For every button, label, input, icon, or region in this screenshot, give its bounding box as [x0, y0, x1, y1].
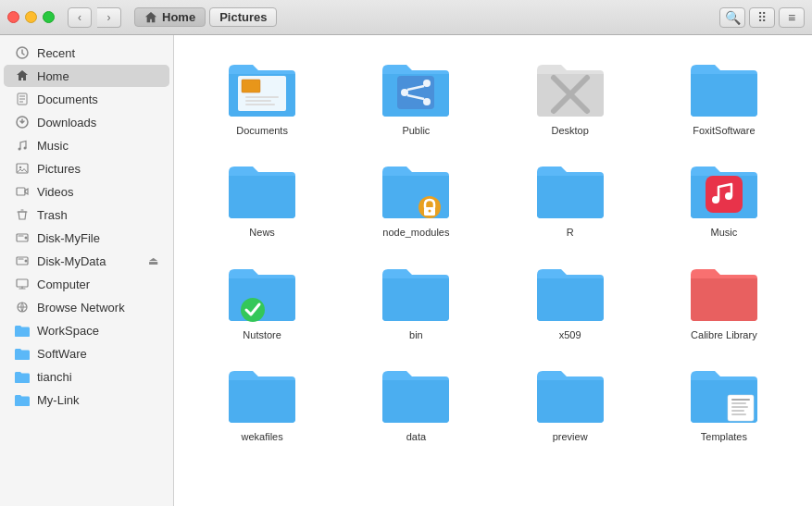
svg-point-3	[19, 148, 21, 151]
file-area: Documents	[174, 35, 812, 506]
documents-icon	[15, 92, 30, 106]
sidebar-item-trash[interactable]: Trash	[4, 204, 169, 226]
maximize-button[interactable]	[43, 11, 55, 23]
svg-point-22	[423, 80, 431, 87]
file-item-calibre-library[interactable]: Calibre Library	[651, 254, 797, 349]
file-label-desktop: Desktop	[551, 124, 588, 137]
network-icon	[15, 300, 30, 315]
file-item-preview[interactable]: preview	[497, 356, 643, 450]
sidebar-item-pictures[interactable]: Pictures	[4, 157, 169, 179]
videos-icon	[15, 184, 30, 199]
file-item-r[interactable]: R	[497, 152, 643, 246]
disk-myfile-icon	[15, 230, 30, 245]
file-label-calibre-library: Calibre Library	[691, 328, 757, 341]
folder-icon-bin	[379, 262, 453, 325]
file-item-desktop[interactable]: Desktop	[497, 50, 643, 144]
breadcrumb: Home Pictures	[134, 7, 706, 27]
svg-rect-17	[245, 96, 279, 98]
sidebar-label-pictures: Pictures	[37, 162, 158, 176]
file-label-nutstore: Nutstore	[243, 328, 281, 341]
music-icon	[15, 138, 30, 153]
file-label-x509: x509	[559, 328, 581, 341]
folder-icon-r	[533, 159, 607, 222]
tianchi-folder-icon	[15, 369, 30, 384]
file-item-x509[interactable]: x509	[497, 254, 643, 349]
svg-point-33	[725, 192, 732, 200]
back-button[interactable]: ‹	[68, 7, 92, 28]
folder-icon-templates	[687, 364, 761, 426]
file-item-news[interactable]: News	[189, 152, 335, 246]
clock-icon	[15, 45, 30, 60]
titlebar: ‹ › Home Pictures 🔍 ⠿ ≡	[0, 0, 812, 35]
sidebar-item-computer[interactable]: Computer	[4, 273, 169, 295]
file-item-wekafiles[interactable]: wekafiles	[189, 356, 335, 450]
file-item-nutstore[interactable]: Nutstore	[189, 254, 335, 349]
sidebar-label-computer: Computer	[37, 278, 158, 291]
file-item-music[interactable]: Music	[651, 152, 797, 246]
sidebar-label-disk-mydata: Disk-MyData	[37, 254, 141, 268]
svg-point-30	[429, 210, 431, 213]
svg-rect-19	[245, 104, 275, 105]
file-item-node-modules[interactable]: node_modules	[343, 152, 489, 246]
forward-button[interactable]: ›	[97, 7, 121, 28]
eject-icon[interactable]: ⏏	[148, 254, 158, 267]
sidebar-item-software[interactable]: SoftWare	[4, 342, 169, 364]
sidebar-item-disk-myfile[interactable]: Disk-MyFile	[4, 227, 169, 249]
svg-point-6	[19, 167, 21, 168]
sidebar-item-tianchi[interactable]: tianchi	[4, 365, 169, 388]
breadcrumb-home[interactable]: Home	[134, 7, 206, 27]
file-item-foxitsoftware[interactable]: FoxitSoftware	[651, 50, 797, 144]
sidebar-item-my-link[interactable]: My-Link	[4, 389, 169, 411]
file-label-music: Music	[711, 226, 738, 239]
file-item-data[interactable]: data	[343, 356, 489, 450]
sidebar-item-home[interactable]: Home	[4, 65, 169, 87]
file-label-r: R	[567, 226, 574, 239]
folder-icon-news	[225, 159, 299, 222]
my-link-folder-icon	[15, 392, 30, 407]
folder-icon-x509	[533, 262, 607, 325]
list-view-button[interactable]: ≡	[779, 7, 805, 28]
sidebar-label-downloads: Downloads	[37, 116, 158, 130]
file-label-documents: Documents	[236, 124, 288, 137]
svg-point-21	[401, 89, 408, 96]
software-folder-icon	[15, 346, 30, 361]
sidebar-item-workspace[interactable]: WorkSpace	[4, 319, 169, 341]
sidebar-label-disk-myfile: Disk-MyFile	[37, 231, 158, 245]
sidebar-item-documents[interactable]: Documents	[4, 88, 169, 110]
sidebar-item-recent[interactable]: Recent	[4, 42, 169, 64]
close-button[interactable]	[7, 11, 19, 23]
svg-rect-31	[706, 176, 743, 213]
sidebar-item-downloads[interactable]: Downloads	[4, 111, 169, 133]
svg-rect-39	[731, 410, 744, 412]
folder-icon-desktop	[533, 57, 607, 120]
file-item-bin[interactable]: bin	[343, 254, 489, 349]
folder-icon-preview	[533, 364, 607, 426]
svg-point-11	[25, 260, 28, 263]
file-label-wekafiles: wekafiles	[242, 430, 283, 443]
sidebar-item-browse-network[interactable]: Browse Network	[4, 296, 169, 318]
file-label-foxitsoftware: FoxitSoftware	[693, 124, 755, 137]
workspace-folder-icon	[15, 323, 30, 338]
sidebar-item-music[interactable]: Music	[4, 134, 169, 156]
breadcrumb-pictures[interactable]: Pictures	[209, 7, 277, 27]
svg-point-32	[712, 196, 719, 204]
sidebar-label-browse-network: Browse Network	[37, 301, 158, 315]
file-item-public[interactable]: Public	[343, 50, 489, 144]
sidebar-item-videos[interactable]: Videos	[4, 180, 169, 203]
minimize-button[interactable]	[25, 11, 37, 23]
sidebar-item-disk-mydata[interactable]: Disk-MyData ⏏	[4, 250, 169, 272]
file-label-templates: Templates	[701, 430, 747, 443]
folder-icon-documents	[225, 57, 299, 120]
svg-rect-15	[242, 80, 260, 93]
search-button[interactable]: 🔍	[719, 7, 745, 28]
grid-view-button[interactable]: ⠿	[749, 7, 775, 28]
file-item-templates[interactable]: Templates	[651, 356, 797, 450]
file-item-documents[interactable]: Documents	[189, 50, 335, 144]
sidebar-label-trash: Trash	[37, 208, 158, 222]
folder-icon-data	[379, 364, 453, 426]
sidebar-label-my-link: My-Link	[37, 393, 158, 407]
sidebar-label-workspace: WorkSpace	[37, 324, 158, 338]
svg-point-34	[241, 298, 265, 322]
folder-icon-foxitsoftware	[687, 57, 761, 120]
computer-icon	[15, 277, 30, 291]
